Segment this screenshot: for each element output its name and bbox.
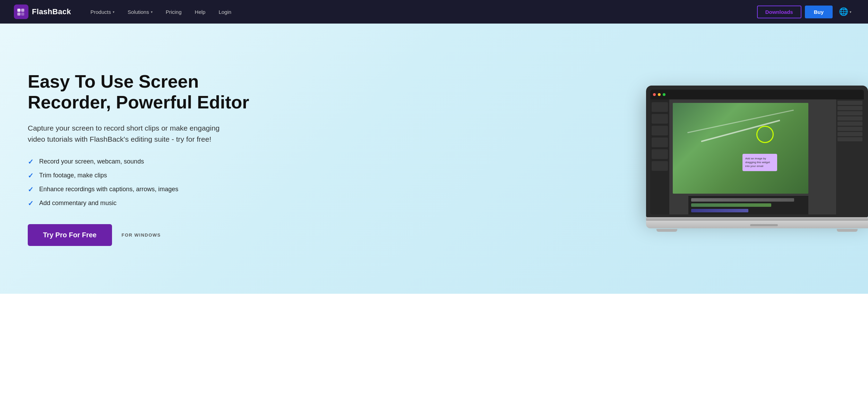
prop-row-3 [837,111,862,115]
sidebar-tool-6 [652,161,668,171]
products-chevron-icon: ▾ [113,10,114,14]
sidebar-tool-1 [652,102,668,112]
language-selector[interactable]: 🌐 ▾ [836,6,854,18]
laptop-body: Add an image by dragging this widget int… [646,86,868,232]
screen-content: Add an image by dragging this widget int… [650,90,864,214]
feature-item-4: ✓ Add commentary and music [28,199,250,208]
check-icon-3: ✓ [28,185,34,194]
hero-features-list: ✓ Record your screen, webcam, sounds ✓ T… [28,158,250,208]
hero-content: Easy To Use Screen Recorder, Powerful Ed… [28,71,250,246]
nav-products[interactable]: Products ▾ [85,6,120,18]
buy-button[interactable]: Buy [805,6,833,18]
feature-text-4: Add commentary and music [39,200,117,207]
maximize-dot [663,93,665,96]
laptop-screen-outer: Add an image by dragging this widget int… [646,86,868,217]
hero-laptop-image: Add an image by dragging this widget int… [639,86,868,232]
minimize-dot [658,93,661,96]
globe-icon: 🌐 [839,7,848,16]
downloads-button[interactable]: Downloads [757,6,801,18]
nav-links: Products ▾ Solutions ▾ Pricing Help Logi… [85,6,757,18]
prop-row-1 [837,101,862,105]
prop-row-8 [837,137,862,141]
screen-sidebar [650,99,669,214]
close-dot [653,93,656,96]
feature-item-2: ✓ Trim footage, make clips [28,171,250,180]
sidebar-tool-2 [652,114,668,124]
feature-item-1: ✓ Record your screen, webcam, sounds [28,158,250,166]
canvas-video: Add an image by dragging this widget int… [673,103,808,194]
nav-solutions[interactable]: Solutions ▾ [122,6,158,18]
feature-text-2: Trim footage, make clips [39,172,107,179]
prop-row-4 [837,116,862,121]
timeline-track-2 [691,203,771,207]
prop-row-2 [837,106,862,110]
laptop-base [646,221,868,228]
canvas-circle-annotation [756,126,774,143]
sidebar-tool-4 [652,138,668,147]
navbar: FlashBack Products ▾ Solutions ▾ Pricing… [0,0,868,24]
prop-row-7 [837,132,862,136]
logo-link[interactable]: FlashBack [14,5,71,19]
screen-main: Add an image by dragging this widget int… [650,99,864,214]
svg-rect-1 [21,9,24,12]
prop-row-6 [837,127,862,131]
sidebar-tool-3 [652,126,668,135]
platform-label: FOR WINDOWS [122,232,161,238]
nav-right: Downloads Buy 🌐 ▾ [757,6,854,18]
canvas-popup: Add an image by dragging this widget int… [742,154,777,171]
brand-name: FlashBack [32,7,71,16]
svg-rect-2 [17,12,20,16]
timeline-track-3 [691,209,748,212]
hero-section: Easy To Use Screen Recorder, Powerful Ed… [0,24,868,294]
logo-icon [14,5,28,19]
laptop-hinge [646,217,868,221]
globe-chevron-icon: ▾ [850,10,851,14]
try-pro-free-button[interactable]: Try Pro For Free [28,224,112,246]
check-icon-2: ✓ [28,171,34,180]
hero-title: Easy To Use Screen Recorder, Powerful Ed… [28,71,250,113]
hero-subtitle: Capture your screen to record short clip… [28,123,229,145]
feature-item-3: ✓ Enhance recordings with captions, arro… [28,185,250,194]
svg-rect-0 [17,9,20,12]
hero-cta-row: Try Pro For Free FOR WINDOWS [28,224,250,246]
laptop-foot-left [656,229,677,232]
check-icon-1: ✓ [28,158,34,166]
timeline-track-1 [691,198,794,202]
prop-row-5 [837,122,862,126]
check-icon-4: ✓ [28,199,34,208]
laptop-feet [646,229,868,232]
feature-text-1: Record your screen, webcam, sounds [39,158,144,165]
sidebar-tool-5 [652,149,668,159]
nav-help[interactable]: Help [189,6,211,18]
laptop-screen-inner: Add an image by dragging this widget int… [650,90,864,214]
nav-login[interactable]: Login [213,6,237,18]
nav-pricing[interactable]: Pricing [160,6,187,18]
screen-canvas-area: Add an image by dragging this widget int… [669,99,836,214]
svg-rect-3 [21,12,24,16]
screen-toolbar [650,90,864,99]
screen-properties-panel [836,99,864,214]
laptop-foot-right [837,229,858,232]
laptop-wrapper: Add an image by dragging this widget int… [639,86,868,232]
feature-text-3: Enhance recordings with captions, arrows… [39,186,178,193]
solutions-chevron-icon: ▾ [151,10,153,14]
screen-timeline [688,195,808,214]
laptop-base-wrapper [646,217,868,221]
